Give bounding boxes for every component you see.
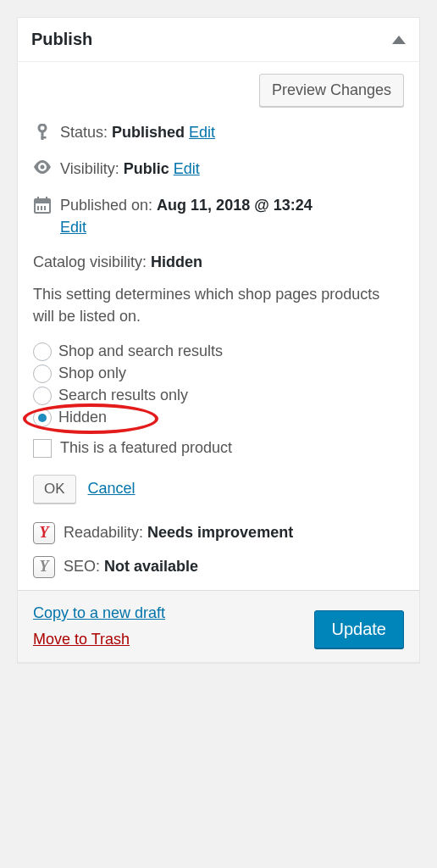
featured-product-checkbox[interactable]: This is a featured product — [33, 439, 404, 458]
visibility-label: Visibility: — [60, 160, 119, 177]
svg-rect-5 — [35, 199, 50, 203]
update-button[interactable]: Update — [314, 610, 405, 648]
catalog-option-shop-search[interactable]: Shop and search results — [33, 342, 404, 361]
svg-point-3 — [41, 165, 45, 170]
catalog-option-label: Hidden — [58, 409, 107, 426]
readability-label: Readability: — [64, 524, 143, 541]
svg-rect-6 — [37, 197, 39, 201]
published-on-label: Published on: — [60, 197, 152, 214]
catalog-visibility-label: Catalog visibility: — [33, 253, 147, 270]
catalog-option-shop-only[interactable]: Shop only — [33, 364, 404, 383]
featured-product-label: This is a featured product — [60, 439, 232, 457]
catalog-option-hidden[interactable]: Hidden — [33, 409, 404, 427]
svg-rect-2 — [41, 136, 47, 139]
visibility-value: Public — [124, 160, 169, 177]
ok-button[interactable]: OK — [33, 475, 76, 504]
published-on-edit-link[interactable]: Edit — [60, 219, 86, 236]
eye-icon — [33, 159, 52, 174]
move-to-trash-link[interactable]: Move to Trash — [33, 631, 165, 648]
publish-panel: Publish Preview Changes Status: Publishe… — [17, 17, 420, 663]
seo-value: Not available — [104, 558, 198, 575]
svg-rect-8 — [37, 206, 39, 210]
status-edit-link[interactable]: Edit — [189, 124, 215, 141]
panel-header[interactable]: Publish — [18, 18, 419, 62]
collapse-icon — [392, 36, 406, 44]
catalog-option-label: Shop only — [58, 364, 126, 382]
catalog-visibility-value: Hidden — [151, 253, 202, 270]
checkbox-icon — [33, 439, 52, 458]
catalog-description: This setting determines which shop pages… — [33, 283, 404, 327]
visibility-edit-link[interactable]: Edit — [174, 160, 200, 177]
yoast-seo-icon: Y — [33, 556, 55, 578]
svg-rect-9 — [41, 206, 42, 210]
svg-point-0 — [39, 125, 46, 131]
svg-rect-10 — [44, 206, 46, 210]
calendar-icon — [33, 195, 52, 214]
status-value: Published — [112, 124, 185, 141]
catalog-option-label: Shop and search results — [58, 342, 223, 360]
preview-changes-button[interactable]: Preview Changes — [259, 74, 404, 107]
key-icon — [33, 122, 52, 142]
radio-icon — [33, 409, 52, 427]
yoast-readability-icon: Y — [33, 522, 55, 544]
published-on-value: Aug 11, 2018 @ 13:24 — [157, 197, 313, 214]
svg-rect-7 — [46, 197, 47, 201]
seo-label: SEO: — [64, 558, 100, 575]
radio-icon — [33, 342, 52, 361]
cancel-link[interactable]: Cancel — [88, 480, 136, 498]
catalog-option-label: Search results only — [58, 387, 188, 404]
panel-body: Preview Changes Status: Published Edit V… — [18, 62, 419, 590]
readability-value: Needs improvement — [147, 524, 293, 541]
panel-title: Publish — [31, 30, 92, 49]
catalog-options: Shop and search results Shop only Search… — [33, 342, 404, 427]
copy-to-draft-link[interactable]: Copy to a new draft — [33, 604, 165, 622]
radio-icon — [33, 387, 52, 405]
panel-footer: Copy to a new draft Move to Trash Update — [18, 590, 419, 662]
status-label: Status: — [60, 124, 108, 141]
catalog-option-search-only[interactable]: Search results only — [33, 387, 404, 405]
radio-icon — [33, 364, 52, 383]
